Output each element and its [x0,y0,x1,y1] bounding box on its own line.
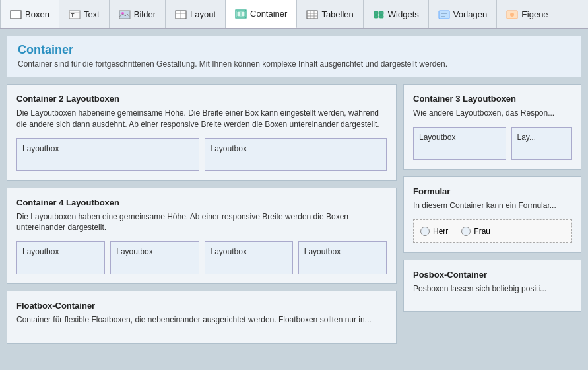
page-title: Container [18,43,570,57]
container-2-card: Container 2 Layoutboxen Die Layoutboxen … [7,84,397,181]
toolbar-item-vorlagen[interactable]: Vorlagen [429,0,497,28]
main-content: Container Container sind für die fortges… [0,29,588,370]
toolbar-item-widgets[interactable]: Widgets [364,0,429,28]
left-column: Container 2 Layoutboxen Die Layoutboxen … [7,84,397,350]
svg-rect-17 [374,11,378,15]
toolbar-item-text[interactable]: T Text [59,0,110,28]
formular-form: Herr Frau [413,219,572,243]
container-2-title: Container 2 Layoutboxen [16,94,387,104]
toolbar-item-eigene[interactable]: Eigene [497,0,558,28]
toolbar-label-boxen: Boxen [25,9,49,19]
toolbar-label-text: Text [84,9,100,19]
svg-point-26 [510,13,514,17]
page-subtitle: Container sind für die fortgeschrittenen… [18,59,570,69]
formular-card: Formular In diesem Container kann ein Fo… [403,176,581,253]
posbox-desc: Posboxen lassen sich beliebig positi... [413,283,572,295]
container-3-desc: Wie andere Layoutboxen, das Respon... [413,108,572,119]
toolbar-item-layout[interactable]: Layout [166,0,226,28]
layoutbox-4-4[interactable]: Layoutbox [298,241,387,274]
radio-circle-frau [461,227,471,236]
radio-circle-herr [420,227,430,236]
svg-rect-20 [379,15,383,18]
toolbar-item-tabellen[interactable]: Tabellen [297,0,363,28]
posbox-title: Posbox-Container [413,270,572,279]
posbox-card: Posbox-Container Posboxen lassen sich be… [403,260,581,313]
layoutbox-4-3[interactable]: Layoutbox [205,241,293,274]
toolbar-label-eigene: Eigene [521,9,548,19]
formular-title: Formular [413,186,572,196]
page-header: Container Container sind für die fortges… [7,36,581,77]
svg-rect-4 [119,11,130,18]
toolbar-item-container[interactable]: Container [226,0,297,28]
radio-herr[interactable]: Herr [420,227,448,236]
radio-label-frau: Frau [474,227,490,236]
container-4-boxes: Layoutbox Layoutbox Layoutbox Layoutbox [16,241,387,274]
layoutbox-4-1[interactable]: Layoutbox [16,241,105,274]
svg-text:T: T [71,12,75,18]
layoutbox-2-1[interactable]: Layoutbox [16,138,199,171]
toolbar-label-bilder: Bilder [134,9,156,19]
layoutbox-3-2[interactable]: Lay... [511,127,572,160]
svg-rect-19 [374,15,378,18]
layoutbox-3-1[interactable]: Layoutbox [413,127,506,160]
toolbar-label-vorlagen: Vorlagen [453,9,487,19]
floatbox-desc: Container für flexible Floatboxen, die n… [16,314,387,326]
svg-rect-0 [11,11,21,18]
floatbox-title: Floatbox-Container [16,301,387,311]
container-2-boxes: Layoutbox Layoutbox [16,138,387,171]
container-3-card: Container 3 Layoutboxen Wie andere Layou… [403,84,581,170]
layoutbox-2-2[interactable]: Layoutbox [205,138,387,171]
container-4-desc: Die Layoutboxen haben eine gemeinsame Hö… [16,211,387,234]
formular-desc: In diesem Container kann ein Formular... [413,200,572,211]
radio-row: Herr Frau [420,227,564,236]
toolbar-label-widgets: Widgets [388,9,419,19]
toolbar: Boxen T Text Bilder Layout Container [0,0,588,29]
svg-rect-12 [307,11,317,18]
container-4-card: Container 4 Layoutboxen Die Layoutboxen … [7,188,397,285]
container-3-title: Container 3 Layoutboxen [413,94,572,104]
floatbox-card: Floatbox-Container Container für flexibl… [7,291,397,344]
container-4-title: Container 4 Layoutboxen [16,198,387,207]
container-2-desc: Die Layoutboxen habeneine gemeinsame Höh… [16,108,387,130]
container-3-boxes: Layoutbox Lay... [413,127,572,160]
svg-rect-18 [379,11,383,15]
toolbar-label-tabellen: Tabellen [321,9,353,19]
layoutbox-4-2[interactable]: Layoutbox [110,241,199,274]
right-column: Container 3 Layoutboxen Wie andere Layou… [403,84,581,350]
toolbar-label-layout: Layout [190,9,216,19]
toolbar-item-boxen[interactable]: Boxen [0,0,59,28]
toolbar-label-container: Container [250,9,287,18]
toolbar-item-bilder[interactable]: Bilder [110,0,166,28]
radio-frau[interactable]: Frau [461,227,490,236]
radio-label-herr: Herr [433,227,448,236]
